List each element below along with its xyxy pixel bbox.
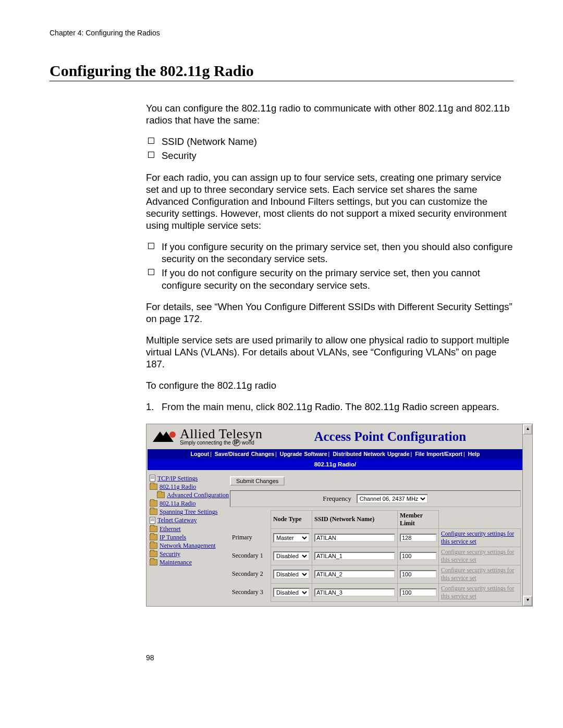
menu-save-discard[interactable]: Save/Discard Changes [215,451,274,457]
table-row: Secondary 2DisabledConfigure security se… [230,565,521,583]
numbered-item: 1. From the main menu, click 802.11g Rad… [146,401,513,413]
nav-maintenance[interactable]: Maintenance [150,558,227,566]
folder-icon [150,509,157,515]
nav-ethernet[interactable]: Ethernet [150,525,227,533]
nav-security[interactable]: Security [150,550,227,558]
ssid-input[interactable] [314,588,395,597]
paragraph: For each radio, you can assign up to fou… [146,171,513,232]
row-label: Secondary 2 [230,565,271,583]
brand-mark-icon [153,430,177,443]
member-limit-input[interactable] [400,570,437,578]
main-panel: Submit Changes Frequency Channel 06, 243… [230,474,523,602]
table-row: Secondary 1DisabledConfigure security se… [230,547,521,565]
section-title: Configuring the 802.11g Radio [50,62,513,80]
step-text: From the main menu, click 802.11g Radio.… [162,401,499,412]
bullet-list: If you configure security on the primary… [146,241,513,291]
node-type-select[interactable]: Master [273,533,310,542]
member-limit-input[interactable] [400,588,437,597]
ssid-input[interactable] [314,570,395,578]
service-set-table: Node Type SSID (Network Name) Member Lim… [230,510,521,602]
row-label: Secondary 3 [230,583,271,601]
brand-logo: Allied Telesyn Simply connecting the IP … [153,427,263,447]
numbered-list: 1. From the main menu, click 802.11g Rad… [146,401,513,413]
folder-icon [150,559,157,565]
table-row: PrimaryMasterConfigure security settings… [230,528,521,547]
row-label: Primary [230,528,271,547]
scroll-up-button[interactable]: ▴ [523,424,532,435]
table-row: Secondary 3DisabledConfigure security se… [230,583,521,601]
nav-spanning-tree[interactable]: Spanning Tree Settings [150,508,227,516]
menu-logout[interactable]: Logout [191,451,210,457]
nav-advanced-config[interactable]: Advanced Configuration [150,491,227,499]
ssid-input[interactable] [314,534,395,542]
ssid-input[interactable] [314,552,395,560]
nav-tcpip[interactable]: TCP/IP Settings [150,474,227,483]
page-number: 98 [146,653,513,663]
configure-security-link: Configure security settings for this ser… [441,549,514,563]
node-type-select[interactable]: Disabled [273,588,310,597]
submit-changes-button[interactable]: Submit Changes [230,476,285,486]
menu-bar: Logout| Save/Discard Changes| Upgrade So… [148,449,523,459]
frequency-label: Frequency [323,495,351,502]
chapter-header: Chapter 4: Configuring the Radios [50,29,513,37]
folder-icon [150,542,157,549]
title-rule [50,81,513,81]
paragraph: For details, see “When You Configure Dif… [146,301,513,325]
member-limit-input[interactable] [400,534,437,542]
node-type-select[interactable]: Disabled [273,551,310,561]
nav-network-management[interactable]: Network Management [150,541,227,550]
nav-80211g[interactable]: 802.11g Radio [150,483,227,491]
configure-security-link[interactable]: Configure security settings for this ser… [441,530,514,545]
scrollbar[interactable]: ▴ ▾ [522,424,532,606]
step-number: 1. [146,401,154,413]
page-icon [150,517,155,524]
page-title: Access Point Configuration [263,428,518,445]
paragraph: Multiple service sets are used primarily… [146,334,513,370]
svg-point-2 [169,431,176,438]
paragraph: To configure the 802.11g radio [146,379,513,391]
menu-help[interactable]: Help [468,451,480,457]
configure-security-link: Configure security settings for this ser… [441,567,514,581]
row-label: Secondary 1 [230,547,271,565]
nav-ip-tunnels[interactable]: IP Tunnels [150,533,227,541]
col-ssid: SSID (Network Name) [312,510,398,528]
folder-icon [150,551,157,557]
folder-icon [150,500,157,507]
brand-name: Allied Telesyn [180,427,263,441]
bullet-list: SSID (Network Name) Security [146,135,513,162]
nav-80211a[interactable]: 802.11a Radio [150,499,227,508]
menu-distributed-upgrade[interactable]: Distributed Network Upgrade [333,451,409,457]
bullet-item: If you do not configure security on the … [146,267,513,291]
header-bar: Allied Telesyn Simply connecting the IP … [148,425,523,450]
frequency-panel: Frequency Channel 06, 2437 MHz [230,490,521,507]
page-icon [150,475,155,482]
frequency-select[interactable]: Channel 06, 2437 MHz [357,494,428,503]
col-node-type: Node Type [271,510,312,528]
bullet-item: SSID (Network Name) [146,135,513,147]
folder-icon [150,534,157,540]
scroll-down-button[interactable]: ▾ [523,596,532,606]
breadcrumb: 802.11g Radio/ [148,459,523,470]
menu-upgrade-software[interactable]: Upgrade Software [280,451,327,457]
app-screenshot: Allied Telesyn Simply connecting the IP … [146,424,533,607]
nav-sidebar: TCP/IP Settings 802.11g Radio Advanced C… [150,474,227,602]
menu-file-import-export[interactable]: File Import/Export [415,451,462,457]
folder-icon [150,526,157,532]
folder-icon [150,484,157,490]
node-type-select[interactable]: Disabled [273,570,310,579]
member-limit-input[interactable] [400,552,437,560]
paragraph: You can configure the 802.11g radio to c… [146,102,513,126]
col-member-limit: Member Limit [398,510,439,528]
nav-telnet-gateway[interactable]: Telnet Gateway [150,516,227,524]
folder-icon [157,492,165,498]
brand-tagline: Simply connecting the IP world [180,440,263,447]
bullet-item: Security [146,150,513,162]
configure-security-link: Configure security settings for this ser… [441,585,514,599]
bullet-item: If you configure security on the primary… [146,241,513,265]
